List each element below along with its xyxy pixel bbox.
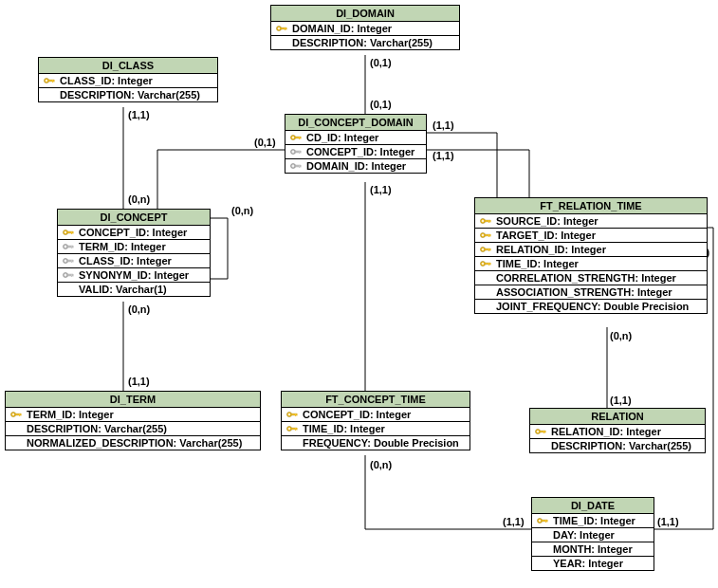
svg-rect-14 <box>301 137 302 139</box>
entity-column: CONCEPT_ID: Integer <box>285 145 426 159</box>
column-label: DAY: Integer <box>553 529 615 541</box>
entity-column: TIME_ID: Integer <box>475 257 707 271</box>
card-term-concept-11: (1,1) <box>128 376 150 387</box>
entity-column: DESCRIPTION: Varchar(255) <box>271 36 459 49</box>
card-date-ft-11: (1,1) <box>657 516 679 527</box>
svg-rect-18 <box>299 151 300 154</box>
entity-column: JOINT_FREQUENCY: Double Precision <box>475 300 707 313</box>
entity-column: SYNONYM_ID: Integer <box>58 268 210 283</box>
entity-column: ASSOCIATION_STRENGTH: Integer <box>475 285 707 300</box>
column-label: CONCEPT_ID: Integer <box>79 227 187 238</box>
svg-rect-79 <box>297 428 298 431</box>
svg-rect-34 <box>73 246 74 248</box>
svg-rect-83 <box>543 431 544 433</box>
svg-rect-39 <box>73 260 74 263</box>
primary-key-icon <box>479 215 492 227</box>
svg-rect-43 <box>71 274 72 277</box>
column-label: DESCRIPTION: Varchar(255) <box>60 89 200 101</box>
column-label: DOMAIN_ID: Integer <box>292 23 392 34</box>
no-key-icon <box>536 529 549 541</box>
column-label: SYNONYM_ID: Integer <box>79 269 189 281</box>
svg-point-31 <box>64 246 66 248</box>
entity-header: DI_DOMAIN <box>271 6 459 22</box>
column-label: YEAR: Integer <box>553 558 623 569</box>
entity-relation: RELATION RELATION_ID: IntegerDESCRIPTION… <box>529 408 706 453</box>
svg-point-21 <box>292 165 294 167</box>
column-label: RELATION_ID: Integer <box>496 244 606 255</box>
no-key-icon <box>9 437 23 449</box>
entity-column: VALID: Varchar(1) <box>58 283 210 296</box>
column-label: CLASS_ID: Integer <box>60 75 153 86</box>
column-label: TERM_ID: Integer <box>79 241 166 252</box>
no-key-icon <box>536 558 549 569</box>
svg-rect-64 <box>490 263 491 266</box>
svg-point-6 <box>46 80 47 82</box>
svg-point-86 <box>539 520 541 522</box>
card-concept-class-0n: (0,n) <box>128 193 150 205</box>
column-label: MONTH: Integer <box>553 543 633 555</box>
entity-column: TERM_ID: Integer <box>6 408 260 422</box>
entity-column: RELATION_ID: Integer <box>530 425 705 439</box>
primary-key-icon <box>285 409 299 420</box>
entity-column: RELATION_ID: Integer <box>475 243 707 257</box>
svg-rect-47 <box>485 220 490 222</box>
entity-column: TERM_ID: Integer <box>58 240 210 254</box>
entity-header: DI_DATE <box>532 498 654 514</box>
svg-rect-3 <box>285 28 285 30</box>
entity-header: FT_CONCEPT_TIME <box>282 392 469 408</box>
svg-rect-89 <box>547 520 548 523</box>
no-key-icon <box>479 272 492 284</box>
svg-rect-72 <box>291 413 297 415</box>
entity-di-domain: DI_DOMAIN DOMAIN_ID: IntegerDESCRIPTION:… <box>270 5 460 50</box>
entity-header: DI_CONCEPT_DOMAIN <box>285 115 426 131</box>
svg-point-36 <box>64 260 66 262</box>
primary-key-icon <box>9 409 23 420</box>
svg-rect-44 <box>73 274 74 277</box>
no-key-icon <box>479 286 492 298</box>
entity-header: DI_TERM <box>6 392 260 408</box>
card-concept-cd-01: (0,1) <box>254 137 276 148</box>
svg-point-26 <box>64 231 66 233</box>
svg-rect-74 <box>297 413 298 416</box>
svg-rect-33 <box>71 246 72 248</box>
entity-ft-relation-time: FT_RELATION_TIME SOURCE_ID: IntegerTARGE… <box>474 197 708 314</box>
svg-rect-19 <box>301 151 302 154</box>
svg-rect-82 <box>540 431 545 432</box>
column-label: CLASS_ID: Integer <box>79 255 172 266</box>
no-key-icon <box>43 89 56 101</box>
primary-key-icon <box>43 75 56 86</box>
svg-rect-2 <box>281 28 286 29</box>
svg-rect-88 <box>545 520 546 523</box>
svg-rect-54 <box>490 234 491 237</box>
primary-key-icon <box>479 258 492 269</box>
column-label: DOMAIN_ID: Integer <box>306 160 406 172</box>
svg-point-81 <box>537 431 539 432</box>
svg-point-46 <box>482 220 484 222</box>
svg-point-76 <box>288 428 290 430</box>
no-key-icon <box>479 301 492 312</box>
svg-rect-49 <box>490 220 491 223</box>
card-concept-self-0n: (0,n) <box>231 205 253 216</box>
svg-rect-38 <box>71 260 72 263</box>
column-label: JOINT_FREQUENCY: Double Precision <box>496 301 689 312</box>
svg-rect-29 <box>73 231 74 234</box>
svg-rect-59 <box>490 248 491 251</box>
svg-point-66 <box>12 413 14 415</box>
entity-column: DOMAIN_ID: Integer <box>271 22 459 36</box>
svg-point-11 <box>292 137 294 138</box>
column-label: TARGET_ID: Integer <box>496 230 596 241</box>
svg-point-51 <box>482 234 484 236</box>
svg-point-41 <box>64 274 66 276</box>
entity-column: CONCEPT_ID: Integer <box>58 226 210 240</box>
column-label: ASSOCIATION_STRENGTH: Integer <box>496 286 672 298</box>
entity-column: DOMAIN_ID: Integer <box>285 159 426 173</box>
svg-rect-67 <box>15 413 21 415</box>
column-label: NORMALIZED_DESCRIPTION: Varchar(255) <box>27 437 242 449</box>
svg-rect-57 <box>485 248 490 250</box>
column-label: CONCEPT_ID: Integer <box>306 146 414 157</box>
entity-column: YEAR: Integer <box>532 557 654 570</box>
svg-rect-58 <box>488 248 489 251</box>
svg-rect-13 <box>299 137 300 139</box>
no-key-icon <box>536 543 549 555</box>
no-key-icon <box>62 284 75 295</box>
